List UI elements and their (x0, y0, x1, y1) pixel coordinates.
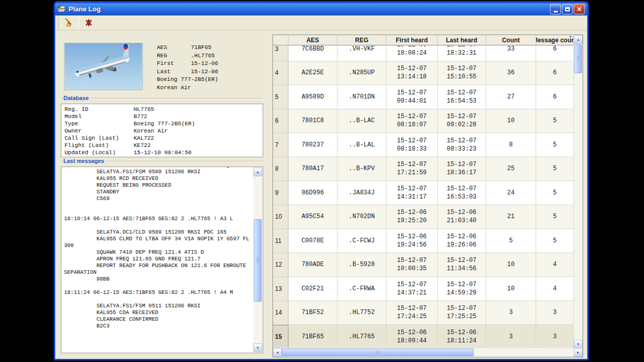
data-cell[interactable]: 7801C8 (288, 109, 337, 134)
data-cell[interactable]: 5 (536, 181, 574, 205)
data-cell[interactable]: 5 (486, 229, 536, 253)
data-cell[interactable]: .N701DN (337, 85, 387, 109)
maximize-button[interactable] (562, 4, 573, 14)
data-cell[interactable]: 86D996 (288, 181, 337, 205)
column-header-aes[interactable]: AES (288, 35, 337, 45)
data-cell[interactable]: .B-5928 (337, 253, 387, 277)
table-scroll-right-button[interactable]: ► (574, 348, 583, 357)
column-header-last-heard[interactable]: Last heard (438, 35, 486, 45)
table-vertical-scrollbar[interactable]: ▲ ▼ (574, 35, 583, 349)
delete-button[interactable] (82, 17, 95, 29)
table-hscroll-thumb[interactable] (282, 349, 474, 356)
close-button[interactable]: ✕ (574, 4, 585, 14)
table-row[interactable]: 8780A17..B-KPV15-12-07 17:21:5915-12-07 … (273, 157, 574, 182)
data-cell[interactable]: 33 (486, 46, 536, 61)
data-cell[interactable]: 15-12-07 17:21:59 (387, 157, 438, 182)
data-cell[interactable]: 15-12-06 19:26:06 (438, 229, 486, 253)
data-cell[interactable]: 15-12-06 18:11:24 (438, 325, 486, 349)
row-number-cell[interactable]: 11 (273, 229, 288, 253)
data-cell[interactable]: .C-FRWA (337, 277, 387, 301)
messages-scroll-thumb[interactable] (254, 219, 262, 302)
data-cell[interactable]: 15-12-06 21:03:40 (438, 205, 486, 229)
data-cell[interactable]: 3 (536, 301, 574, 325)
data-cell[interactable]: 780237 (288, 133, 337, 157)
data-cell[interactable]: 5 (536, 133, 574, 157)
column-header-first-heard[interactable]: First heard (387, 35, 438, 45)
data-cell[interactable]: 5 (536, 109, 574, 134)
data-cell[interactable]: A9589D (288, 85, 337, 109)
table-row[interactable]: 67801C8..B-LAC15-12-07 08:18:0715-12-07 … (273, 109, 574, 134)
data-cell[interactable]: 15-12-07 14:37:21 (387, 277, 438, 301)
toolbar-gripper[interactable] (57, 17, 60, 28)
table-row[interactable]: 13C02F21.C-FRWA15-12-07 14:37:2115-12-07… (273, 277, 574, 301)
data-cell[interactable]: 15-12-07 11:34:56 (438, 253, 486, 277)
data-cell[interactable]: 3 (486, 325, 536, 349)
data-cell[interactable]: 24 (486, 181, 536, 205)
data-cell[interactable]: 36 (486, 61, 536, 86)
row-number-cell[interactable]: 14 (273, 301, 288, 325)
table-row[interactable]: 12780ADE.B-592815-12-07 10:00:3515-12-07… (273, 253, 574, 277)
data-cell[interactable]: 27 (486, 85, 536, 109)
data-cell[interactable]: 15-12-07 15:10:55 (438, 61, 486, 86)
data-cell[interactable]: 15-12-07 10:00:35 (387, 253, 438, 277)
data-cell[interactable]: ..B-LAC (337, 109, 387, 134)
data-cell[interactable]: 6 (536, 61, 574, 86)
messages-panel[interactable]: g SELATYA.FS1/FSM 0509 151206 RKSI KAL95… (61, 167, 263, 353)
data-cell[interactable]: 15-12-07 14:31:17 (387, 181, 438, 205)
table-row[interactable]: 4A2E25E.N285UP15-12-07 13:14:1815-12-07 … (273, 61, 574, 86)
data-cell[interactable]: A2E25E (288, 61, 337, 86)
data-cell[interactable]: 15-12-07 17:25:25 (438, 301, 486, 325)
data-cell[interactable]: 71BF65 (288, 325, 337, 349)
data-cell[interactable]: A95C54 (288, 205, 337, 229)
table-row[interactable]: 5A9589D.N701DN15-12-07 09:44:0115-12-07 … (273, 85, 574, 109)
data-cell[interactable]: 15-12-07 18:32:31 (438, 46, 486, 61)
data-cell[interactable]: ..B-KPV (337, 157, 387, 182)
data-cell[interactable]: .VH-VKF (337, 46, 387, 61)
data-cell[interactable]: 5 (536, 205, 574, 229)
data-cell[interactable]: 5 (536, 157, 574, 182)
data-cell[interactable]: .C-FCWJ (337, 229, 387, 253)
titlebar[interactable]: Plane Log ✕ (55, 3, 587, 15)
data-cell[interactable]: 15-12-07 16:53:03 (438, 181, 486, 205)
data-cell[interactable]: 4 (536, 253, 574, 277)
row-number-cell[interactable]: 10 (273, 205, 288, 229)
data-cell[interactable]: 25 (486, 157, 536, 182)
table-row[interactable]: 1471BF52.HL775215-12-07 17:24:2515-12-07… (273, 301, 574, 325)
messages-text[interactable]: g SELATYA.FS1/FSM 0509 151206 RKSI KAL95… (64, 167, 252, 352)
table-row[interactable]: 10A95C54.N702DN15-12-06 19:25:2015-12-06… (273, 205, 574, 229)
data-cell[interactable]: C0078E (288, 229, 337, 253)
row-number-cell[interactable]: 8 (273, 157, 288, 182)
data-cell[interactable]: .N702DN (337, 205, 387, 229)
row-number-cell[interactable]: 9 (273, 181, 288, 205)
row-number-cell[interactable]: 15 (273, 325, 288, 349)
table-scroll-up-button[interactable]: ▲ (574, 35, 583, 44)
table-horizontal-scrollbar[interactable]: ◄ ► (273, 348, 583, 357)
messages-vertical-scrollbar[interactable]: ▲ ▼ (253, 168, 262, 352)
data-cell[interactable]: 15-12-07 09:02:28 (438, 109, 486, 134)
row-number-cell[interactable]: 12 (273, 253, 288, 277)
table-row[interactable]: 986D996.JA834J15-12-07 14:31:1715-12-07 … (273, 181, 574, 205)
data-cell[interactable]: 15-12-06 19:24:56 (387, 229, 438, 253)
data-cell[interactable]: 15-12-06 19:25:20 (387, 205, 438, 229)
data-cell[interactable]: 3 (536, 325, 574, 349)
data-cell[interactable]: 15-12-07 09:44:01 (387, 85, 438, 109)
minimize-button[interactable] (550, 4, 561, 14)
data-cell[interactable]: 6 (536, 46, 574, 61)
table-row[interactable]: 11C0078E.C-FCWJ15-12-06 19:24:5615-12-06… (273, 229, 574, 253)
data-cell[interactable]: 780A17 (288, 157, 337, 182)
data-cell[interactable]: 15-12-06 18:09:44 (387, 325, 438, 349)
data-cell[interactable]: 10 (486, 277, 536, 301)
data-cell[interactable]: 10 (486, 253, 536, 277)
row-header-corner[interactable] (273, 35, 288, 45)
data-cell[interactable]: 15-12-06 18:08:24 (387, 46, 438, 61)
row-number-cell[interactable]: 5 (273, 85, 288, 109)
data-cell[interactable]: 3 (486, 301, 536, 325)
row-number-cell[interactable]: 7 (273, 133, 288, 157)
data-cell[interactable]: 15-12-07 08:18:07 (387, 109, 438, 134)
data-cell[interactable]: 780ADE (288, 253, 337, 277)
data-cell[interactable]: 15-12-07 18:36:17 (438, 157, 486, 182)
data-cell[interactable]: 5 (536, 229, 574, 253)
table-scroll-down-button[interactable]: ▼ (574, 340, 583, 349)
column-header-count[interactable]: Count (486, 35, 536, 45)
data-cell[interactable]: 15-12-07 08:18:33 (387, 133, 438, 157)
